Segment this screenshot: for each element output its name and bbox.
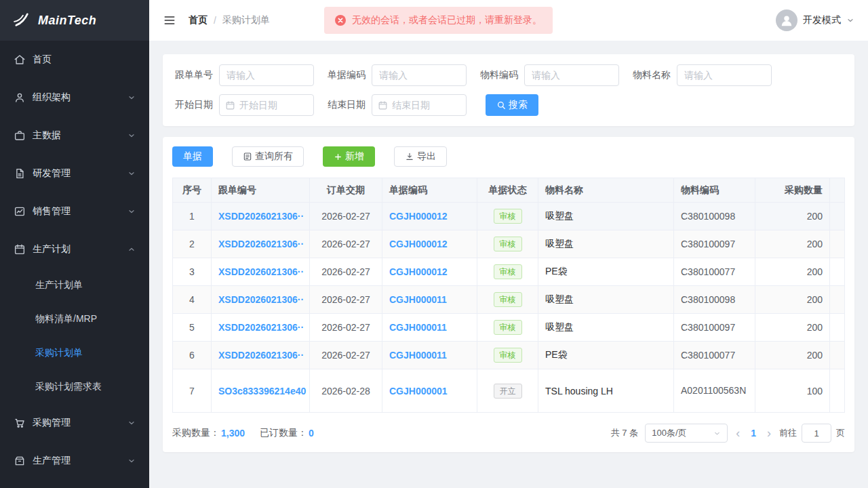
toolbar: 单据 查询所有 新增 (172, 146, 845, 167)
end-date-input[interactable] (392, 100, 460, 110)
goto-page-input[interactable] (802, 424, 831, 443)
table-row[interactable]: 2 XSDD2026021306·· 2026-02-27 CGJH000012… (173, 230, 845, 258)
page-content: 跟单单号 单据编码 物料编码 物料名称 (149, 41, 868, 488)
cell-qty: 200 (755, 342, 830, 369)
purchase-plan-table: 序号 跟单编号 订单交期 单据编码 单据状态 物料名称 物料编码 采购数量 (172, 178, 845, 413)
sidebar-item-purchase-management[interactable]: 采购管理 (0, 404, 149, 442)
search-button[interactable]: 搜索 (486, 94, 538, 116)
cell-doc-no: CGJH000012 (382, 203, 477, 230)
cell-status: 开立 (477, 369, 538, 413)
doc-no-link[interactable]: CGJH000011 (389, 322, 447, 333)
cell-status: 审核 (477, 286, 538, 314)
search-icon (496, 100, 506, 110)
chevron-down-icon (127, 169, 136, 178)
table-row[interactable]: 6 XSDD2026021306·· 2026-02-27 CGJH000011… (173, 342, 845, 369)
sidebar-item-home[interactable]: 首页 (0, 41, 149, 79)
cell-order-no: XSDD2026021306·· (212, 230, 310, 258)
material-name-input[interactable] (677, 64, 772, 86)
chevron-down-icon (127, 457, 136, 465)
cell-status: 审核 (477, 203, 538, 230)
cell-doc-no: CGJH000011 (382, 342, 477, 369)
cell-material-name: 吸塑盘 (538, 286, 674, 314)
doc-code-input[interactable] (372, 64, 467, 86)
chevron-down-icon (127, 207, 136, 216)
cell-doc-no: CGJH000012 (382, 230, 477, 258)
cell-extra (830, 203, 845, 230)
sidebar-item-bom-mrp[interactable]: 物料清单/MRP (0, 302, 149, 336)
filter-panel: 跟单单号 单据编码 物料编码 物料名称 (163, 54, 854, 126)
cell-order-no: XSDD2026021306·· (212, 286, 310, 314)
table-row[interactable]: 4 XSDD2026021306·· 2026-02-27 CGJH000011… (173, 286, 845, 314)
order-no-link[interactable]: SO3c833396214e40 (218, 386, 306, 396)
order-no-link[interactable]: XSDD2026021306·· (218, 239, 304, 249)
export-button[interactable]: 导出 (394, 146, 447, 167)
doc-no-link[interactable]: CGJH000001 (389, 386, 448, 396)
query-all-button[interactable]: 查询所有 (232, 146, 304, 167)
pagination: 共 7 条 100条/页 ‹ 1 › 前往 (611, 424, 845, 443)
add-button[interactable]: 新增 (323, 146, 375, 167)
download-icon (405, 152, 414, 161)
order-no-link[interactable]: XSDD2026021306·· (218, 294, 304, 305)
cell-order-no: XSDD2026021306·· (212, 258, 310, 286)
table-row[interactable]: 7 SO3c833396214e40 2026-02-28 CGJH000001… (173, 369, 845, 413)
error-icon (335, 15, 346, 26)
doc-no-link[interactable]: CGJH000012 (389, 211, 448, 222)
query-all-button-label: 查询所有 (255, 150, 293, 163)
chevron-down-icon (127, 419, 136, 427)
doc-no-link[interactable]: CGJH000011 (389, 294, 447, 305)
table-row[interactable]: 5 XSDD2026021306·· 2026-02-27 CGJH000011… (173, 314, 845, 342)
submenu-item-label: 物料清单/MRP (35, 313, 97, 325)
avatar (776, 9, 797, 31)
user-icon (14, 92, 26, 104)
sidebar-item-production-plan-order[interactable]: 生产计划单 (0, 268, 149, 302)
status-badge: 审核 (494, 264, 522, 279)
alert-text: 无效的会话，或者会话已过期，请重新登录。 (352, 14, 542, 26)
order-no-link[interactable]: XSDD2026021306·· (218, 211, 304, 222)
cell-material-code: C380100077 (674, 342, 755, 369)
doc-no-link[interactable]: CGJH000011 (389, 350, 447, 361)
sidebar-item-master-data[interactable]: 主数据 (0, 117, 149, 155)
ordered-qty-label: 已订数量： (260, 427, 307, 439)
document-button[interactable]: 单据 (172, 146, 213, 167)
page-number-1[interactable]: 1 (748, 428, 759, 439)
doc-no-link[interactable]: CGJH000012 (389, 266, 448, 277)
cell-material-code: C380100098 (674, 286, 755, 314)
order-no-link[interactable]: XSDD2026021306·· (218, 266, 304, 277)
sidebar-item-label: 研发管理 (33, 167, 127, 180)
topbar: 首页 / 采购计划单 无效的会话，或者会话已过期，请重新登录。 开发模式 (149, 0, 868, 41)
material-code-input[interactable] (524, 64, 619, 86)
sidebar-item-purchase-plan-demand[interactable]: 采购计划需求表 (0, 370, 149, 404)
field-label: 物料编码 (477, 69, 518, 81)
end-date-picker[interactable] (372, 94, 467, 116)
sidebar-item-rd-management[interactable]: 研发管理 (0, 155, 149, 192)
next-page-button[interactable]: › (766, 427, 772, 439)
user-menu[interactable]: 开发模式 (776, 9, 854, 31)
sidebar-item-sales-management[interactable]: 销售管理 (0, 192, 149, 230)
chevron-down-icon (713, 430, 721, 437)
table-row[interactable]: 1 XSDD2026021306·· 2026-02-27 CGJH000012… (173, 203, 845, 230)
page-size-select[interactable]: 100条/页 (645, 424, 728, 443)
filter-row-2: 开始日期 结束日期 (172, 94, 845, 116)
cell-qty: 200 (755, 314, 830, 342)
sidebar-item-label: 组织架构 (33, 92, 127, 104)
sidebar-item-production-management[interactable]: 生产管理 (0, 442, 149, 480)
cell-status: 审核 (477, 342, 538, 369)
sidebar-item-purchase-plan-order[interactable]: 采购计划单 (0, 336, 149, 370)
cell-seq: 7 (173, 369, 212, 413)
prev-page-button[interactable]: ‹ (734, 427, 741, 439)
cell-seq: 6 (173, 342, 212, 369)
sidebar-item-organization[interactable]: 组织架构 (0, 79, 149, 117)
sidebar-submenu-production-plan: 生产计划单 物料清单/MRP 采购计划单 采购计划需求表 (0, 268, 149, 404)
hamburger-menu-icon[interactable] (163, 14, 176, 27)
doc-no-link[interactable]: CGJH000012 (389, 239, 448, 249)
breadcrumb-home[interactable]: 首页 (189, 14, 208, 26)
order-no-input[interactable] (219, 64, 314, 86)
sidebar-item-production-plan[interactable]: 生产计划 (0, 230, 149, 268)
start-date-input[interactable] (239, 100, 308, 110)
submenu-item-label: 采购计划需求表 (35, 381, 102, 393)
order-no-link[interactable]: XSDD2026021306·· (218, 350, 304, 361)
start-date-picker[interactable] (219, 94, 314, 116)
order-no-link[interactable]: XSDD2026021306·· (218, 322, 304, 333)
table-row[interactable]: 3 XSDD2026021306·· 2026-02-27 CGJH000012… (173, 258, 845, 286)
breadcrumb-separator: / (214, 15, 216, 26)
